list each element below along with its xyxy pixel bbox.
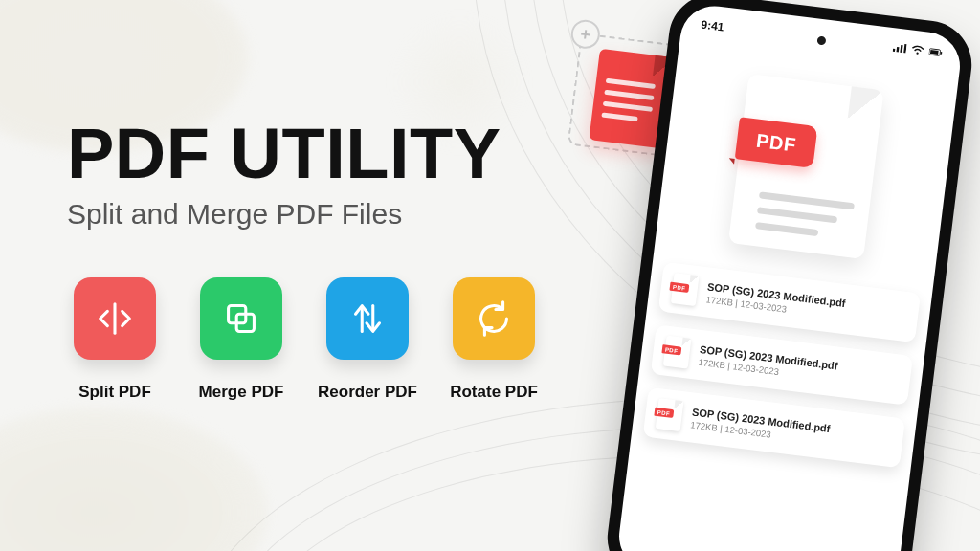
pdf-file-icon: PDF bbox=[656, 398, 684, 431]
pdf-badge: PDF bbox=[735, 117, 818, 168]
wifi-icon bbox=[910, 44, 925, 59]
bg-blob bbox=[0, 408, 268, 551]
feature-rotate-pdf[interactable]: Rotate PDF bbox=[446, 277, 542, 402]
svg-rect-8 bbox=[903, 44, 906, 54]
status-time: 9:41 bbox=[701, 18, 725, 34]
signal-icon bbox=[892, 41, 907, 56]
battery-icon bbox=[928, 46, 944, 61]
feature-row: Split PDF Merge PDF Reorder PDF Rotate P… bbox=[67, 277, 542, 402]
svg-rect-7 bbox=[900, 45, 902, 53]
svg-rect-12 bbox=[941, 52, 943, 55]
feature-split-pdf[interactable]: Split PDF bbox=[67, 277, 163, 402]
phone-status-bar: 9:41 bbox=[681, 15, 963, 63]
feature-label: Split PDF bbox=[78, 383, 151, 402]
svg-rect-5 bbox=[893, 49, 896, 52]
feature-reorder-pdf[interactable]: Reorder PDF bbox=[320, 277, 415, 402]
pdf-file-icon: PDF bbox=[671, 273, 700, 306]
feature-label: Rotate PDF bbox=[450, 383, 538, 402]
pdf-file-icon: PDF bbox=[663, 336, 692, 369]
svg-point-9 bbox=[916, 52, 919, 55]
svg-rect-11 bbox=[930, 50, 939, 55]
pdf-hero-graphic: PDF bbox=[714, 60, 899, 270]
merge-icon bbox=[200, 277, 282, 360]
split-icon bbox=[74, 277, 156, 360]
hero-block: PDF UTILITY Split and Merge PDF Files bbox=[67, 113, 501, 231]
svg-rect-6 bbox=[896, 47, 899, 53]
page-subtitle: Split and Merge PDF Files bbox=[67, 198, 501, 231]
feature-merge-pdf[interactable]: Merge PDF bbox=[193, 277, 289, 402]
rotate-icon bbox=[453, 277, 535, 360]
feature-label: Merge PDF bbox=[199, 383, 284, 402]
feature-label: Reorder PDF bbox=[318, 383, 417, 402]
reorder-icon bbox=[326, 277, 409, 360]
pdf-file-list: PDF SOP (SG) 2023 Modified.pdf 172KB12-0… bbox=[643, 262, 921, 469]
page-title: PDF UTILITY bbox=[67, 113, 501, 194]
